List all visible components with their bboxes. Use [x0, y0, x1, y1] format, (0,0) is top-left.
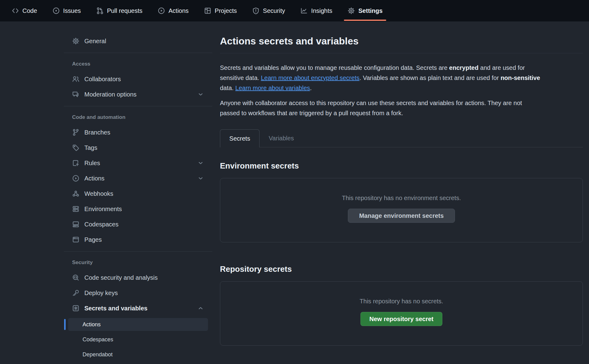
sidebar-item-label: Code security and analysis — [84, 274, 158, 281]
sidebar-item-secrets-and-variables[interactable]: Secrets and variables — [64, 301, 212, 316]
codespaces-icon — [72, 221, 79, 228]
code-icon — [12, 7, 19, 14]
sidebar-section-header: Security — [64, 255, 212, 270]
sidebar-item-pages[interactable]: Pages — [64, 232, 212, 247]
sidebar-item-codespaces[interactable]: Codespaces — [64, 217, 212, 232]
git-branch-icon — [72, 129, 79, 136]
sidebar-item-label: Environments — [84, 206, 122, 213]
tab-secrets[interactable]: Secrets — [220, 129, 260, 147]
gear-icon — [72, 37, 79, 45]
secrets-variables-tabnav: Secrets Variables — [220, 129, 583, 147]
chevron-down-icon — [198, 175, 204, 181]
page-title: Actions secrets and variables — [220, 36, 583, 53]
sidebar-item-label: Codespaces — [84, 221, 118, 228]
repo-tab-label: Actions — [168, 7, 189, 14]
server-icon — [72, 205, 79, 213]
repo-tab-label: Pull requests — [107, 7, 143, 14]
active-item-indicator — [64, 319, 66, 330]
repo-tab-actions[interactable]: Actions — [158, 0, 189, 21]
github-repo-settings-page: CodeIssuesPull requestsActionsProjectsSe… — [0, 0, 589, 364]
repo-tab-issues[interactable]: Issues — [52, 0, 81, 21]
rules-icon — [72, 159, 79, 167]
sidebar-item-label: Collaborators — [84, 76, 121, 83]
chevron-down-icon — [198, 160, 204, 166]
collaborator-access-paragraph: Anyone with collaborator access to this … — [220, 98, 583, 118]
sidebar-item-environments[interactable]: Environments — [64, 201, 212, 217]
body-text: sensitive data. — [220, 74, 261, 81]
environment-secrets-empty-text: This repository has no environment secre… — [342, 195, 461, 202]
sidebar-section-header: Access — [64, 57, 212, 71]
manage-environment-secrets-button[interactable]: Manage environment secrets — [348, 209, 455, 223]
sidebar-subitem-label: Dependabot — [83, 351, 113, 358]
tab-variables[interactable]: Variables — [260, 129, 303, 147]
sidebar-item-collaborators[interactable]: Collaborators — [64, 71, 212, 87]
environment-secrets-box: This repository has no environment secre… — [220, 178, 583, 242]
intro-paragraph: Secrets and variables allow you to manag… — [220, 63, 583, 93]
sidebar-item-label: Pages — [84, 236, 102, 243]
people-icon — [72, 75, 79, 83]
sidebar-subitem-codespaces[interactable]: Codespaces — [68, 333, 208, 346]
sidebar-item-label: Deploy keys — [84, 290, 118, 297]
repository-secrets-empty-text: This repository has no secrets. — [360, 298, 443, 305]
sidebar-item-code-security-and-analysis[interactable]: Code security and analysis — [64, 270, 212, 285]
play-circle-icon — [72, 175, 79, 182]
emphasized-text: encrypted — [449, 64, 479, 71]
sidebar-item-deploy-keys[interactable]: Deploy keys — [64, 285, 212, 301]
comment-discussion-icon — [72, 91, 79, 98]
sidebar-item-label: Branches — [84, 129, 110, 136]
sidebar-item-tags[interactable]: Tags — [64, 140, 212, 155]
intro-line: data. Learn more about variables. — [220, 83, 583, 93]
browser-icon — [72, 236, 79, 243]
learn-more-link[interactable]: Learn more about encrypted secrets — [261, 74, 359, 81]
chevron-up-icon — [198, 305, 204, 311]
sidebar-item-branches[interactable]: Branches — [64, 125, 212, 140]
repo-tab-label: Issues — [63, 7, 81, 14]
sidebar-divider — [64, 53, 212, 53]
paragraph-line: Anyone with collaborator access to this … — [220, 98, 583, 108]
settings-content: Actions secrets and variables Secrets an… — [220, 0, 583, 346]
repository-secrets-box: This repository has no secrets. New repo… — [220, 281, 583, 346]
paragraph-line: passed to workflows that are triggered b… — [220, 108, 583, 118]
new-repository-secret-button[interactable]: New repository secret — [360, 312, 442, 326]
sidebar-divider — [64, 106, 212, 106]
sidebar-subitem-label: Codespaces — [83, 336, 113, 343]
repo-tab-code[interactable]: Code — [12, 0, 37, 21]
play-circle-icon — [158, 7, 165, 14]
repo-tab-pull-requests[interactable]: Pull requests — [96, 0, 143, 21]
repo-tab-label: Code — [22, 7, 37, 14]
sidebar-item-general[interactable]: General — [64, 33, 212, 49]
sidebar-item-label: Moderation options — [84, 91, 137, 98]
sidebar-item-label: General — [84, 38, 106, 45]
repository-secrets-heading: Repository secrets — [220, 264, 583, 274]
emphasized-text: non-sensitive — [501, 74, 540, 81]
issue-icon — [52, 7, 60, 14]
sidebar-item-moderation-options[interactable]: Moderation options — [64, 87, 212, 102]
sidebar-item-label: Tags — [84, 144, 97, 151]
settings-sidebar: GeneralAccessCollaboratorsModeration opt… — [64, 33, 212, 361]
body-text: data. — [220, 85, 235, 91]
environment-secrets-heading: Environment secrets — [220, 161, 583, 171]
pull-request-icon — [96, 7, 104, 14]
sidebar-item-actions[interactable]: Actions — [64, 171, 212, 186]
body-text: and are used for — [479, 64, 525, 71]
key-icon — [72, 289, 79, 297]
sidebar-item-label: Actions — [84, 175, 105, 182]
sidebar-item-rules[interactable]: Rules — [64, 155, 212, 171]
sidebar-subitem-label: Actions — [83, 321, 101, 328]
sidebar-item-webhooks[interactable]: Webhooks — [64, 186, 212, 201]
intro-line: Secrets and variables allow you to manag… — [220, 63, 583, 73]
webhook-icon — [72, 190, 79, 197]
body-text: . — [310, 85, 312, 91]
sidebar-subitem-actions[interactable]: Actions — [68, 318, 208, 331]
learn-more-link[interactable]: Learn more about variables — [235, 85, 310, 91]
sidebar-subitem-dependabot[interactable]: Dependabot — [68, 348, 208, 361]
sidebar-item-label: Rules — [84, 160, 100, 167]
body-text: Secrets and variables allow you to manag… — [220, 64, 449, 71]
codescan-icon — [72, 274, 79, 281]
sidebar-section-header: Code and automation — [64, 110, 212, 125]
tag-icon — [72, 144, 79, 151]
asterisk-box-icon — [72, 305, 79, 312]
sidebar-divider — [64, 251, 212, 252]
chevron-down-icon — [198, 91, 204, 97]
sidebar-item-label: Secrets and variables — [84, 305, 148, 312]
